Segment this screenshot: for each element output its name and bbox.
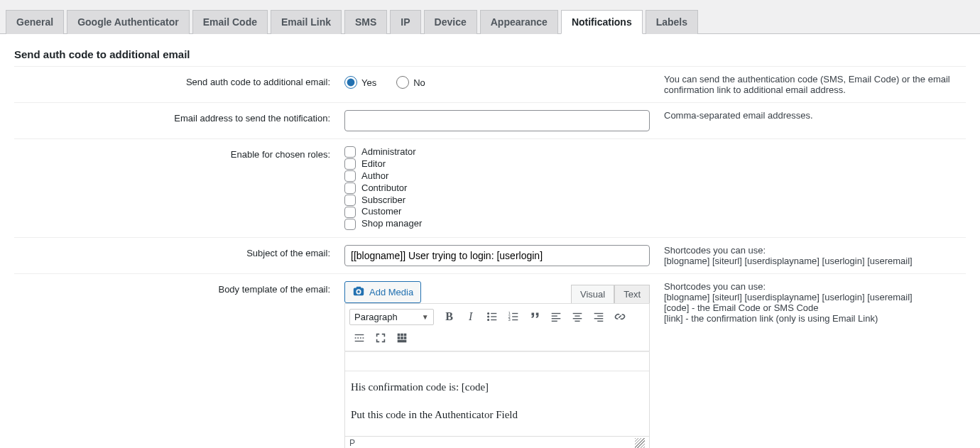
role-subscriber: Subscriber	[361, 195, 405, 207]
svg-rect-30	[398, 337, 401, 339]
role-contributor: Contributor	[361, 182, 407, 195]
role-shop-manager: Shop manager	[361, 218, 422, 230]
add-media-button[interactable]: Add Media	[344, 281, 421, 303]
chevron-down-icon: ▼	[422, 313, 429, 321]
editor-tab-visual[interactable]: Visual	[571, 285, 614, 303]
section-heading: Send auth code to additional email	[14, 48, 966, 60]
svg-rect-31	[401, 337, 403, 339]
align-left-button[interactable]	[546, 307, 566, 327]
help-subject: Shortcodes you can use: [blogname] [site…	[657, 238, 966, 274]
tab-sms[interactable]: SMS	[344, 10, 387, 34]
help-body: Shortcodes you can use: [blogname] [site…	[657, 274, 966, 448]
radio-no[interactable]	[396, 76, 409, 89]
align-right-button[interactable]	[589, 307, 609, 327]
toolbar-toggle-button[interactable]	[392, 328, 412, 348]
checkbox-author[interactable]	[344, 170, 356, 182]
checkbox-editor[interactable]	[344, 158, 356, 170]
camera-icon	[352, 285, 365, 300]
input-email-addr[interactable]	[344, 110, 650, 131]
tab-general[interactable]: General	[6, 10, 64, 34]
tab-ip[interactable]: IP	[390, 10, 420, 34]
format-select-label: Paragraph	[354, 312, 398, 322]
role-editor: Editor	[361, 158, 386, 170]
blockquote-button[interactable]	[525, 307, 545, 327]
svg-rect-29	[404, 334, 407, 337]
label-subject: Subject of the email:	[14, 238, 337, 274]
radio-yes-label: Yes	[361, 77, 376, 88]
body-line-2: Put this code in the Authenticator Field	[351, 409, 643, 421]
checkbox-shop-manager[interactable]	[344, 219, 356, 230]
svg-rect-28	[401, 334, 403, 337]
role-customer: Customer	[361, 206, 401, 218]
help-send-code: You can send the authentication code (SM…	[657, 67, 966, 103]
format-select[interactable]: Paragraph ▼	[349, 309, 434, 325]
bullet-list-button[interactable]	[482, 307, 502, 327]
align-center-button[interactable]	[567, 307, 587, 327]
svg-text:3: 3	[508, 318, 510, 322]
tab-google-authenticator[interactable]: Google Authenticator	[67, 10, 190, 34]
read-more-button[interactable]	[349, 328, 369, 348]
label-send-code: Send auth code to additional email:	[14, 67, 337, 103]
tab-appearance[interactable]: Appearance	[480, 10, 558, 34]
svg-rect-27	[398, 334, 401, 337]
help-email-addr: Comma-separated email addresses.	[657, 103, 966, 139]
editor-tab-text[interactable]: Text	[614, 285, 650, 303]
tab-email-link[interactable]: Email Link	[271, 10, 342, 34]
italic-button[interactable]: I	[461, 307, 481, 327]
role-administrator: Administrator	[361, 146, 416, 158]
tab-notifications[interactable]: Notifications	[561, 10, 643, 34]
svg-rect-33	[398, 340, 407, 343]
role-author: Author	[361, 170, 388, 182]
input-subject[interactable]	[344, 245, 650, 266]
checkbox-administrator[interactable]	[344, 146, 356, 158]
svg-point-4	[487, 319, 489, 321]
label-email-addr: Email address to send the notification:	[14, 103, 337, 139]
numbered-list-button[interactable]: 123	[503, 307, 523, 327]
editor-status-path: P	[349, 438, 355, 448]
label-roles: Enable for chosen roles:	[14, 139, 337, 238]
editor-body[interactable]: His confirmation code is: [code] Put thi…	[344, 351, 650, 437]
svg-point-2	[487, 316, 489, 317]
label-body: Body template of the email:	[14, 274, 337, 448]
checkbox-subscriber[interactable]	[344, 195, 356, 206]
radio-yes[interactable]	[344, 76, 357, 89]
tab-labels[interactable]: Labels	[646, 10, 698, 34]
checkbox-customer[interactable]	[344, 207, 356, 218]
tab-device[interactable]: Device	[424, 10, 477, 34]
link-button[interactable]	[610, 307, 630, 327]
fullscreen-button[interactable]	[371, 328, 391, 348]
add-media-label: Add Media	[369, 287, 413, 297]
settings-tabs: General Google Authenticator Email Code …	[0, 0, 980, 34]
body-line-1: His confirmation code is: [code]	[351, 381, 643, 393]
svg-rect-32	[404, 337, 407, 339]
bold-button[interactable]: B	[440, 307, 459, 327]
tab-email-code[interactable]: Email Code	[192, 10, 268, 34]
svg-point-0	[487, 313, 489, 315]
editor-toolbar: Paragraph ▼ B I 123	[344, 303, 650, 351]
checkbox-contributor[interactable]	[344, 182, 356, 194]
radio-no-label: No	[413, 77, 425, 88]
resize-handle-icon[interactable]	[635, 438, 645, 448]
